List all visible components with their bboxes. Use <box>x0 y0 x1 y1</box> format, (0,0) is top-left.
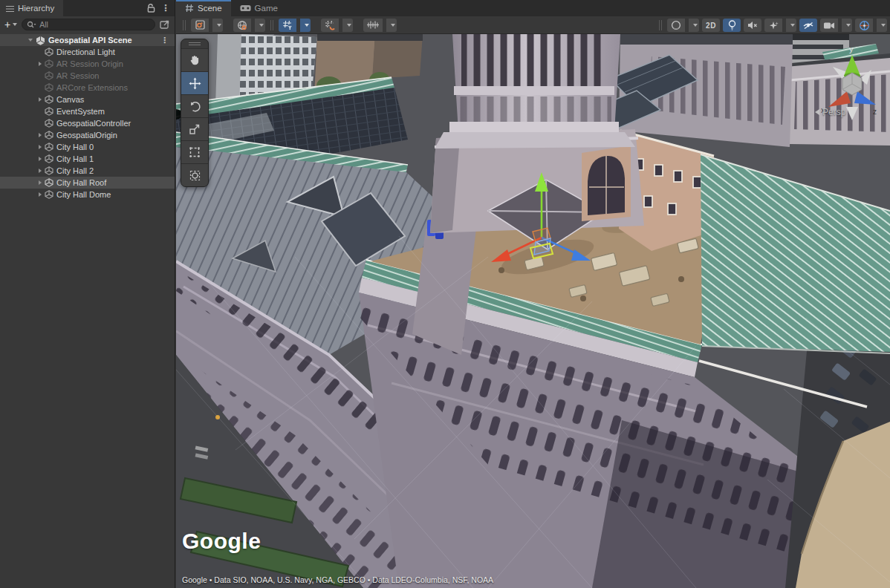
expand-arrow-icon[interactable] <box>39 62 42 66</box>
hierarchy-item-ar-session[interactable]: AR Session <box>0 70 175 82</box>
chevron-down-icon <box>217 24 221 27</box>
rect-tool[interactable] <box>181 140 208 163</box>
hierarchy-item-eventsystem[interactable]: EventSystem <box>0 105 175 117</box>
draw-mode-icon <box>195 20 205 30</box>
sceneview-fx-dropdown[interactable] <box>255 19 265 32</box>
view-hand-tool[interactable] <box>181 48 208 71</box>
snap-toggle-dropdown[interactable] <box>342 19 353 32</box>
draw-mode-button[interactable] <box>191 19 209 32</box>
hierarchy-item-directional-light[interactable]: Directional Light <box>0 46 175 58</box>
chevron-down-icon <box>13 23 17 26</box>
chevron-down-icon <box>347 24 351 27</box>
hand-icon <box>189 54 201 66</box>
gameobject-cube-icon <box>45 83 53 92</box>
panel-menu-icon[interactable]: ⋮ <box>161 4 170 13</box>
tab-scene[interactable]: Scene <box>176 0 231 16</box>
hierarchy-tab-label: Hierarchy <box>18 4 54 13</box>
toolbar-grip[interactable] <box>659 20 662 30</box>
hierarchy-panel: Hierarchy ⋮ + All <box>0 0 175 588</box>
google-watermark: Google <box>182 529 261 554</box>
overlay-drag-handle[interactable] <box>181 39 208 48</box>
lighting-toggle-button[interactable] <box>723 19 741 32</box>
hierarchy-tab[interactable]: Hierarchy <box>0 0 63 16</box>
expand-arrow-icon[interactable] <box>39 157 42 161</box>
expand-arrow-icon[interactable] <box>39 97 42 102</box>
expand-arrow-icon[interactable] <box>39 169 42 173</box>
move-icon <box>189 77 201 90</box>
move-snap-button[interactable] <box>363 19 383 32</box>
hierarchy-item-geospatialcontroller[interactable]: GeospatialController <box>0 117 175 129</box>
grid-visibility-dropdown[interactable] <box>300 19 311 32</box>
effects-toggle-button[interactable] <box>764 19 782 32</box>
lightbulb-icon <box>728 20 736 30</box>
hierarchy-tree: Geospatial API Scene ⋮ Directional Light… <box>0 33 175 200</box>
view-tabstrip: Scene Game <box>176 0 890 16</box>
tab-game[interactable]: Game <box>231 0 287 16</box>
map-attribution: Google • Data SIO, NOAA, U.S. Navy, NGA,… <box>182 575 493 584</box>
grid-visibility-toggle[interactable] <box>279 19 296 32</box>
2d-toggle-button[interactable]: 2D <box>702 19 720 32</box>
sceneview-fx-button[interactable] <box>233 19 251 32</box>
scene-viewport[interactable]: y x z <box>176 34 890 588</box>
expand-arrow-icon[interactable] <box>39 145 42 149</box>
expand-arrow-icon[interactable] <box>39 192 42 197</box>
hierarchy-item-city-hall-roof[interactable]: City Hall Roof <box>0 177 175 189</box>
grid-axis-icon <box>282 20 293 30</box>
move-snap-dropdown[interactable] <box>386 19 397 32</box>
camera-overlay-dropdown[interactable] <box>842 19 852 32</box>
expand-arrow-icon[interactable] <box>39 180 42 185</box>
move-tool[interactable] <box>181 71 208 94</box>
add-object-button[interactable]: + <box>4 19 17 30</box>
gameobject-cube-icon <box>45 143 53 151</box>
scene-visibility-toggle[interactable] <box>799 19 817 32</box>
scene-grid-icon <box>185 4 194 13</box>
draw-mode-dropdown[interactable] <box>212 19 223 32</box>
collapse-arrow-icon[interactable] <box>28 39 33 42</box>
expand-arrow-icon[interactable] <box>39 133 42 137</box>
scale-icon <box>189 123 201 135</box>
camera-view-mode-dropdown[interactable] <box>689 19 699 32</box>
gameobject-cube-icon <box>45 48 53 56</box>
scene-picker-icon[interactable] <box>160 20 170 30</box>
hierarchy-tabbar: Hierarchy ⋮ <box>0 0 175 16</box>
chevron-down-icon <box>259 24 264 27</box>
hierarchy-item-city-hall-1[interactable]: City Hall 1 <box>0 153 175 165</box>
hierarchy-item-canvas[interactable]: Canvas <box>0 94 175 105</box>
camera-view-mode-button[interactable] <box>667 19 685 32</box>
gameobject-cube-icon <box>45 119 53 128</box>
hierarchy-item-arcore-extensions[interactable]: ARCore Extensions <box>0 82 175 94</box>
audio-toggle-button[interactable] <box>744 19 761 32</box>
hierarchy-item-ar-session-origin[interactable]: AR Session Origin <box>0 58 175 70</box>
axis-label-z: z <box>873 108 877 116</box>
scene-view-panel: Scene Game <box>176 0 890 588</box>
unity-scene-icon <box>36 36 45 45</box>
scene-menu-icon[interactable]: ⋮ <box>160 36 169 45</box>
lock-icon[interactable] <box>147 4 155 13</box>
orientation-overlay-button[interactable] <box>855 19 873 32</box>
hierarchy-item-city-hall-2[interactable]: City Hall 2 <box>0 165 175 177</box>
perspective-label[interactable]: Persp <box>815 107 845 117</box>
hierarchy-item-geospatialorigin[interactable]: GeospatialOrigin <box>0 129 175 141</box>
scene-name-label: Geospatial API Scene <box>48 36 132 45</box>
snap-toggle-button[interactable] <box>321 19 339 32</box>
orientation-gizmo-icon <box>859 20 870 31</box>
hierarchy-scene-row[interactable]: Geospatial API Scene ⋮ <box>0 34 175 46</box>
hierarchy-search-input[interactable]: All <box>22 19 155 30</box>
rect-tool-icon <box>189 146 201 158</box>
hierarchy-item-city-hall-0[interactable]: City Hall 0 <box>0 141 175 153</box>
chevron-down-icon <box>693 24 698 27</box>
orientation-overlay-dropdown[interactable] <box>877 19 887 32</box>
effects-dropdown[interactable] <box>786 19 796 32</box>
camera-overlay-button[interactable] <box>820 19 838 32</box>
chevron-down-icon <box>391 24 395 27</box>
toolbar-grip[interactable] <box>183 20 186 30</box>
rotate-tool[interactable] <box>181 94 208 117</box>
hierarchy-toolbar: + All <box>0 16 175 33</box>
transform-tool[interactable] <box>181 163 208 186</box>
persp-arrow-icon <box>815 109 819 115</box>
toolbar-grip[interactable] <box>270 20 273 30</box>
gameobject-cube-icon <box>45 95 53 104</box>
hierarchy-icon <box>6 5 14 12</box>
hierarchy-item-city-hall-dome[interactable]: City Hall Dome <box>0 189 175 200</box>
scale-tool[interactable] <box>181 117 208 140</box>
